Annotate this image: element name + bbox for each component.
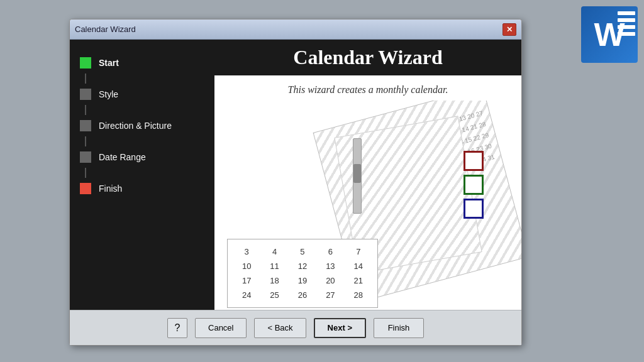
calendar-row: 1718192021 [233,273,372,288]
nav-connector-4 [85,168,86,178]
nav-item-direction[interactable]: Direction & Picture [70,115,214,136]
color-squares [464,151,484,219]
calendar-wizard-dialog: Calendar Wizard ✕ Start Style Direction … [69,19,522,346]
nav-dot-style [80,89,91,100]
nav-item-start[interactable]: Start [70,52,214,74]
nav-dot-start [80,57,91,69]
nav-item-style[interactable]: Style [70,84,214,105]
calendar-cell: 4 [260,244,288,259]
word-line-1 [618,11,635,15]
scrollbar[interactable] [353,138,362,214]
calendar-cell: 7 [345,244,372,259]
nav-connector-2 [85,105,86,115]
scroll-thumb [353,164,361,183]
foreground-calendar: 34567101112131417181920212425262728 [227,239,378,308]
dialog-title: Calendar Wizard [75,25,136,34]
right-content-panel: Calendar Wizard This wizard creates a mo… [214,40,521,310]
calendar-cell: 27 [316,288,344,302]
calendar-cell: 5 [289,244,316,259]
nav-connector-3 [85,136,86,146]
word-line-2 [618,18,635,22]
word-icon: W [581,6,638,63]
dialog-footer: ? Cancel < Back Next > Finish [70,310,521,345]
calendar-cell: 10 [233,259,260,273]
calendar-cell: 24 [233,288,260,302]
nav-label-start: Start [99,58,119,68]
calendar-cell: 12 [289,259,316,273]
calendar-cell: 11 [260,259,288,273]
nav-item-finish[interactable]: Finish [70,178,214,199]
left-nav-panel: Start Style Direction & Picture Date Ran… [70,40,214,310]
calendar-cell: 26 [289,288,316,302]
nav-label-finish: Finish [99,184,122,194]
calendar-cell: 19 [289,273,316,288]
calendar-cell: 21 [345,273,372,288]
nav-label-style: Style [99,89,118,99]
calendar-row: 34567 [233,244,372,259]
nav-dot-direction [80,120,91,131]
calendar-cell: 14 [345,259,372,273]
word-icon-lines [618,11,635,36]
calendar-cell: 28 [345,288,372,302]
wizard-subtitle: This wizard creates a monthly calendar. [214,75,521,101]
nav-label-daterange: Date Range [99,152,146,162]
wizard-content: This wizard creates a monthly calendar. … [214,75,521,310]
calendar-cell: 13 [316,259,344,273]
green-square [464,175,484,195]
word-line-3 [618,25,635,29]
nav-dot-daterange [80,151,91,163]
wizard-header: Calendar Wizard [214,40,521,75]
finish-button[interactable]: Finish [374,318,424,338]
calendar-cell: 18 [260,273,288,288]
help-button[interactable]: ? [167,318,187,338]
nav-dot-finish [80,183,91,194]
calendar-table: 34567101112131417181920212425262728 [233,244,372,302]
close-button[interactable]: ✕ [502,23,516,36]
dialog-body: Start Style Direction & Picture Date Ran… [70,40,521,310]
calendar-row: 2425262728 [233,288,372,302]
red-square [464,151,484,171]
blue-square [464,199,484,219]
calendar-row: 1011121314 [233,259,372,273]
cancel-button[interactable]: Cancel [195,318,247,338]
nav-item-daterange[interactable]: Date Range [70,146,214,168]
back-button[interactable]: < Back [254,318,306,338]
calendar-cell: 20 [316,273,344,288]
word-line-4 [618,32,635,36]
title-bar: Calendar Wizard ✕ [70,19,521,40]
preview-area: 6 13 20 277 14 21 281 8 15 22 292 9 16 2… [214,101,521,310]
calendar-cell: 17 [233,273,260,288]
nav-label-direction: Direction & Picture [99,121,172,131]
wizard-title: Calendar Wizard [293,46,442,69]
next-button[interactable]: Next > [314,318,366,338]
calendar-cell: 3 [233,244,260,259]
calendar-cell: 25 [260,288,288,302]
calendar-cell: 6 [316,244,344,259]
nav-connector-1 [85,74,86,84]
